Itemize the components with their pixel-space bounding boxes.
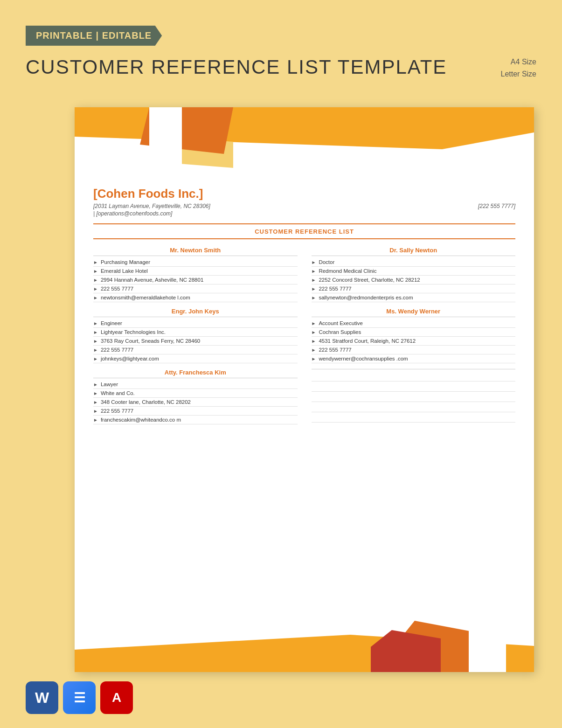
ref-item: ► 222 555 7777 bbox=[312, 346, 516, 354]
arrow-icon: ► bbox=[93, 286, 98, 291]
arrow-icon: ► bbox=[93, 329, 98, 335]
ref-email: franchescakim@whiteandco.co m bbox=[101, 417, 181, 423]
arrow-icon: ► bbox=[312, 347, 316, 353]
ref-address: 348 Cooter lane, Charlotte, NC 28202 bbox=[101, 399, 191, 405]
arrow-icon: ► bbox=[93, 277, 98, 283]
company-info-row: [2031 Layman Avenue, Fayetteville, NC 28… bbox=[93, 203, 515, 218]
ref-divider bbox=[312, 317, 516, 317]
doc-content: [Cohen Foods Inc.] [2031 Layman Avenue, … bbox=[75, 182, 534, 444]
word-icon-label: W bbox=[35, 689, 49, 707]
ref-email: wendywerner@cochransupplies .com bbox=[319, 356, 408, 361]
ref-title: Account Executive bbox=[319, 320, 363, 326]
word-icon[interactable]: W bbox=[26, 681, 58, 714]
ref-address: 3763 Ray Court, Sneads Ferry, NC 28460 bbox=[101, 338, 200, 344]
company-name: [Cohen Foods Inc.] bbox=[93, 187, 515, 201]
docs-icon-label: ☰ bbox=[74, 690, 85, 706]
arrow-icon: ► bbox=[312, 329, 316, 335]
arrow-icon: ► bbox=[93, 417, 98, 423]
arrow-icon: ► bbox=[93, 381, 98, 387]
ref-item-empty bbox=[312, 402, 516, 412]
ref-phone: 222 555 7777 bbox=[101, 408, 133, 414]
ref-email: newtonsmith@emeraldlakehote l.com bbox=[101, 295, 190, 300]
pdf-icon-inner: A bbox=[100, 681, 133, 714]
ref-email: johnkeys@lightyear.com bbox=[101, 356, 159, 361]
ref-item: ► Doctor bbox=[312, 258, 516, 267]
arrow-icon: ► bbox=[93, 408, 98, 414]
ref-item: ► Lightyear Technologies Inc. bbox=[93, 328, 298, 337]
arrow-icon: ► bbox=[93, 338, 98, 344]
ref-phone: 222 555 7777 bbox=[319, 347, 351, 353]
ref-divider bbox=[93, 378, 298, 378]
banner-text: PRINTABLE | EDITABLE bbox=[36, 30, 152, 41]
document-container: [Cohen Foods Inc.] [2031 Layman Avenue, … bbox=[75, 107, 534, 672]
ref-divider bbox=[93, 256, 298, 256]
doc-header-decoration bbox=[75, 107, 534, 182]
ref-name-wendy-werner: Ms. Wendy Werner bbox=[312, 308, 516, 315]
ref-item: ► Lawyer bbox=[93, 380, 298, 389]
ref-item: ► 222 555 7777 bbox=[93, 346, 298, 354]
ref-item: ► Account Executive bbox=[312, 319, 516, 328]
ref-item: ► 3763 Ray Court, Sneads Ferry, NC 28460 bbox=[93, 337, 298, 346]
ref-person-empty-1 bbox=[312, 369, 516, 423]
arrow-icon: ► bbox=[312, 277, 316, 283]
ref-title: Lawyer bbox=[101, 381, 118, 387]
ref-person-wendy-werner: Ms. Wendy Werner ► Account Executive ► C… bbox=[312, 308, 516, 363]
ref-item: ► Redmond Medical Clinic bbox=[312, 267, 516, 276]
company-email: | [operations@cohenfoods.com] bbox=[93, 210, 210, 217]
ref-item: ► Emerald Lake Hotel bbox=[93, 267, 298, 276]
pdf-icon-label: A bbox=[112, 690, 121, 705]
arrow-icon: ► bbox=[312, 259, 316, 265]
company-address-block: [2031 Layman Avenue, Fayetteville, NC 28… bbox=[93, 203, 210, 218]
doc-footer-decoration bbox=[75, 616, 534, 672]
ref-item: ► Purchasing Manager bbox=[93, 258, 298, 267]
ref-company: Redmond Medical Clinic bbox=[319, 268, 376, 274]
reference-columns: Mr. Newton Smith ► Purchasing Manager ► … bbox=[93, 247, 515, 430]
ref-item-empty bbox=[312, 371, 516, 381]
deco-bottom-white bbox=[469, 625, 506, 672]
pdf-icon[interactable]: A bbox=[100, 681, 133, 714]
ref-phone: 222 555 7777 bbox=[101, 286, 133, 291]
bottom-icons: W ☰ A bbox=[26, 681, 133, 714]
ref-person-newton-smith: Mr. Newton Smith ► Purchasing Manager ► … bbox=[93, 247, 298, 302]
page-size-letter: Letter Size bbox=[501, 68, 536, 80]
ref-title: Doctor bbox=[319, 259, 334, 265]
ref-name-newton-smith: Mr. Newton Smith bbox=[93, 247, 298, 254]
page-title-area: CUSTOMER REFERENCE LIST TEMPLATE A4 Size… bbox=[26, 56, 536, 78]
ref-item: ► franchescakim@whiteandco.co m bbox=[93, 416, 298, 424]
ref-person-franchesca-kim: Atty. Franchesca Kim ► Lawyer ► White an… bbox=[93, 369, 298, 424]
arrow-icon: ► bbox=[93, 347, 98, 353]
ref-company: Emerald Lake Hotel bbox=[101, 268, 148, 274]
ref-item: ► 222 555 7777 bbox=[93, 407, 298, 416]
ref-name-sally-newton: Dr. Sally Newton bbox=[312, 247, 516, 254]
ref-item: ► 2994 Hannah Avenue, Asheville, NC 2880… bbox=[93, 276, 298, 284]
ref-item: ► 222 555 7777 bbox=[93, 284, 298, 293]
ref-item: ► 2252 Concord Street, Charlotte, NC 282… bbox=[312, 276, 516, 284]
ref-item: ► wendywerner@cochransupplies .com bbox=[312, 354, 516, 363]
page-size-info: A4 Size Letter Size bbox=[501, 56, 536, 80]
company-phone: [222 555 7777] bbox=[478, 203, 515, 209]
arrow-icon: ► bbox=[93, 390, 98, 396]
ref-person-sally-newton: Dr. Sally Newton ► Doctor ► Redmond Medi… bbox=[312, 247, 516, 302]
arrow-icon: ► bbox=[93, 399, 98, 405]
ref-item: ► johnkeys@lightyear.com bbox=[93, 354, 298, 363]
arrow-icon: ► bbox=[312, 338, 316, 344]
arrow-icon: ► bbox=[312, 286, 316, 291]
ref-item-empty bbox=[312, 381, 516, 392]
ref-item: ► 4531 Stratford Court, Raleigh, NC 2761… bbox=[312, 337, 516, 346]
arrow-icon: ► bbox=[312, 295, 316, 300]
ref-address: 2252 Concord Street, Charlotte, NC 28212 bbox=[319, 277, 420, 283]
ref-title: Engineer bbox=[101, 320, 122, 326]
arrow-icon: ► bbox=[93, 320, 98, 326]
ref-item: ► 222 555 7777 bbox=[312, 284, 516, 293]
ref-divider bbox=[312, 369, 516, 369]
ref-item: ► newtonsmith@emeraldlakehote l.com bbox=[93, 293, 298, 302]
ref-item: ► White and Co. bbox=[93, 389, 298, 398]
docs-icon[interactable]: ☰ bbox=[63, 681, 96, 714]
doc-title-text: CUSTOMER REFERENCE LIST bbox=[255, 228, 354, 235]
arrow-icon: ► bbox=[93, 295, 98, 300]
ref-title: Purchasing Manager bbox=[101, 259, 150, 265]
page-size-a4: A4 Size bbox=[501, 56, 536, 68]
doc-title-bar: CUSTOMER REFERENCE LIST bbox=[93, 223, 515, 239]
ref-address: 4531 Stratford Court, Raleigh, NC 27612 bbox=[319, 338, 416, 344]
arrow-icon: ► bbox=[93, 356, 98, 361]
